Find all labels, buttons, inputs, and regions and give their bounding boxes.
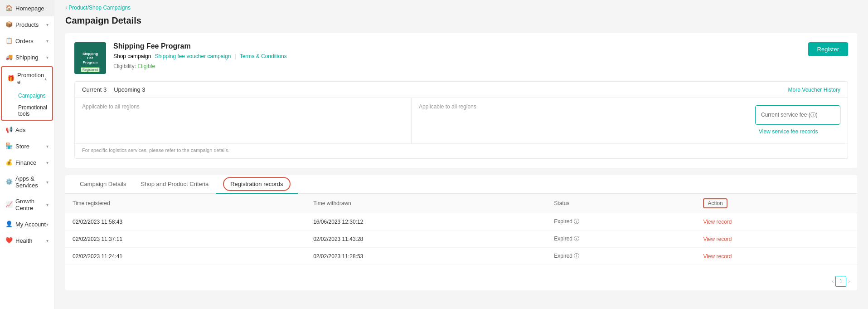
service-fee-box: Current service fee (ⓘ) bbox=[755, 105, 840, 125]
breadcrumb-parent-link[interactable]: Product/Shop Campaigns bbox=[68, 5, 131, 11]
view-record-link[interactable]: View record bbox=[703, 253, 732, 260]
col-time-registered: Time registered bbox=[65, 194, 306, 213]
sidebar-item-label: Products bbox=[15, 21, 39, 28]
sidebar-item-promotions[interactable]: 🎁 Promotion e ▴ bbox=[2, 67, 52, 90]
chevron-down-icon: ▾ bbox=[46, 55, 48, 60]
sidebar-item-label: Store bbox=[15, 143, 29, 150]
sidebar-item-finance[interactable]: 💰 Finance ▾ bbox=[0, 154, 54, 171]
shipping-voucher-link[interactable]: Shipping fee voucher campaign bbox=[155, 53, 231, 59]
shipping-icon: 🚚 bbox=[5, 54, 13, 61]
home-icon: 🏠 bbox=[5, 5, 13, 12]
cell-status: Expired ⓘ bbox=[547, 213, 696, 231]
action-col-header: Action bbox=[703, 198, 727, 208]
tab-registration-records[interactable]: Registration records bbox=[216, 175, 297, 194]
pagination-page-1[interactable]: 1 bbox=[835, 276, 846, 287]
eligibility-value: Eligible bbox=[137, 63, 155, 69]
campaign-title: Shipping Fee Program bbox=[113, 42, 801, 50]
cell-status: Expired ⓘ bbox=[547, 248, 696, 265]
sidebar-item-apps-services[interactable]: ⚙️ Apps & Services ▾ bbox=[0, 171, 54, 193]
voucher-col2-label: Applicable to all regions bbox=[419, 103, 741, 110]
tab-shop-product-criteria[interactable]: Shop and Product Criteria bbox=[134, 175, 216, 194]
sidebar-item-account-health[interactable]: ❤️ Health ▾ bbox=[0, 232, 54, 249]
cell-time-registered: 02/02/2023 11:24:41 bbox=[65, 248, 306, 265]
sidebar-item-label: Promotion e bbox=[17, 72, 44, 85]
col-action: Action bbox=[696, 194, 857, 213]
sidebar-item-label: Ads bbox=[15, 127, 25, 133]
view-record-link[interactable]: View record bbox=[703, 236, 732, 242]
register-button[interactable]: Register bbox=[808, 42, 848, 56]
sidebar-item-label: Homepage bbox=[15, 5, 44, 12]
sidebar-item-label: Health bbox=[15, 237, 33, 244]
table-row: 02/02/2023 11:58:4316/06/2023 12:30:12Ex… bbox=[65, 213, 857, 231]
table-row: 02/02/2023 11:24:4102/02/2023 11:28:53Ex… bbox=[65, 248, 857, 265]
voucher-body: Applicable to all regions Applicable to … bbox=[75, 98, 848, 143]
sidebar-item-label: Shipping bbox=[15, 54, 39, 61]
chevron-down-icon: ▾ bbox=[46, 144, 48, 149]
health-icon: ❤️ bbox=[5, 237, 13, 244]
voucher-col-2: Applicable to all regions bbox=[412, 98, 748, 143]
sidebar-item-store[interactable]: 🏪 Store ▾ bbox=[0, 138, 54, 154]
cell-time-registered: 02/02/2023 11:37:11 bbox=[65, 231, 306, 248]
cell-time-registered: 02/02/2023 11:58:43 bbox=[65, 213, 306, 231]
campaign-img-title: ShippingFeeProgram bbox=[82, 52, 98, 65]
sidebar-sub-item-promotional-tools[interactable]: Promotional tools bbox=[13, 102, 52, 120]
sidebar-item-label: Orders bbox=[15, 38, 34, 44]
breadcrumb: ‹ Product/Shop Campaigns bbox=[54, 0, 868, 15]
sidebar-sub-item-campaigns[interactable]: Campaigns bbox=[13, 90, 52, 102]
terms-conditions-link[interactable]: Terms & Conditions bbox=[240, 53, 287, 59]
promotions-icon: 🎁 bbox=[7, 75, 15, 82]
page-title: Campaign Details bbox=[54, 15, 868, 33]
sidebar-item-my-account[interactable]: 👤 My Account ▾ bbox=[0, 216, 54, 232]
sidebar-item-growth-centre[interactable]: 📈 Growth Centre ▾ bbox=[0, 193, 54, 216]
campaign-links: Shop campaign Shipping fee voucher campa… bbox=[113, 53, 801, 59]
cell-action: View record bbox=[696, 231, 857, 248]
main-content: ‹ Product/Shop Campaigns Campaign Detail… bbox=[54, 0, 868, 309]
pagination-prev[interactable]: ‹ bbox=[832, 279, 834, 284]
tab-campaign-details[interactable]: Campaign Details bbox=[73, 175, 134, 194]
shop-campaign-label: Shop campaign bbox=[113, 53, 151, 59]
account-icon: 👤 bbox=[5, 221, 13, 228]
voucher-section: Current 3 Upcoming 3 More Voucher Histor… bbox=[74, 81, 848, 159]
chevron-down-icon: ▾ bbox=[46, 238, 48, 243]
cell-status: Expired ⓘ bbox=[547, 231, 696, 248]
cell-action: View record bbox=[696, 213, 857, 231]
service-fee-label: Current service fee (ⓘ) bbox=[761, 111, 834, 119]
products-icon: 📦 bbox=[5, 21, 13, 28]
table-header-row: Time registered Time withdrawn Status Ac… bbox=[65, 194, 857, 213]
orders-icon: 📋 bbox=[5, 37, 13, 44]
view-service-fee-link[interactable]: View service fee records bbox=[759, 128, 844, 135]
growth-icon: 📈 bbox=[5, 201, 13, 208]
col-time-withdrawn: Time withdrawn bbox=[306, 194, 547, 213]
registration-records-tab-label: Registration records bbox=[223, 177, 290, 191]
chevron-down-icon: ▾ bbox=[46, 22, 48, 27]
chevron-down-icon: ▾ bbox=[46, 222, 48, 227]
sidebar-item-orders[interactable]: 📋 Orders ▾ bbox=[0, 33, 54, 49]
view-record-link[interactable]: View record bbox=[703, 219, 732, 225]
chevron-up-icon: ▴ bbox=[44, 76, 47, 81]
voucher-history-link[interactable]: More Voucher History bbox=[788, 87, 840, 93]
sidebar-item-label: Apps & Services bbox=[15, 175, 46, 189]
ads-icon: 📢 bbox=[5, 126, 13, 133]
link-separator: | bbox=[235, 53, 236, 59]
promotions-submenu: Campaigns Promotional tools bbox=[2, 90, 52, 120]
apps-icon: ⚙️ bbox=[5, 178, 13, 186]
sidebar-item-shipping[interactable]: 🚚 Shipping ▾ bbox=[0, 49, 54, 65]
col-status: Status bbox=[547, 194, 696, 213]
sidebar-item-label: Finance bbox=[15, 159, 36, 166]
tab-current[interactable]: Current 3 bbox=[82, 86, 107, 93]
campaign-card: ShippingFeeProgram Registered Shipping F… bbox=[65, 33, 857, 168]
voucher-tabs: Current 3 Upcoming 3 More Voucher Histor… bbox=[75, 82, 848, 98]
sidebar-item-products[interactable]: 📦 Products ▾ bbox=[0, 16, 54, 33]
campaign-info: Shipping Fee Program Shop campaign Shipp… bbox=[113, 42, 801, 69]
eligibility: Eligibility: Eligible bbox=[113, 63, 801, 69]
sidebar-item-homepage[interactable]: 🏠 Homepage bbox=[0, 0, 54, 16]
pagination-next[interactable]: › bbox=[848, 279, 850, 284]
chevron-down-icon: ▾ bbox=[46, 202, 48, 207]
registered-badge: Registered bbox=[81, 67, 100, 72]
tab-upcoming[interactable]: Upcoming 3 bbox=[114, 86, 145, 93]
detail-tabs: Campaign Details Shop and Product Criter… bbox=[65, 175, 857, 194]
registration-table: Time registered Time withdrawn Status Ac… bbox=[65, 194, 857, 265]
sidebar-item-ads[interactable]: 📢 Ads bbox=[0, 122, 54, 138]
pagination: ‹ 1 › bbox=[65, 272, 857, 290]
sidebar-item-label: Growth Centre bbox=[15, 198, 46, 211]
